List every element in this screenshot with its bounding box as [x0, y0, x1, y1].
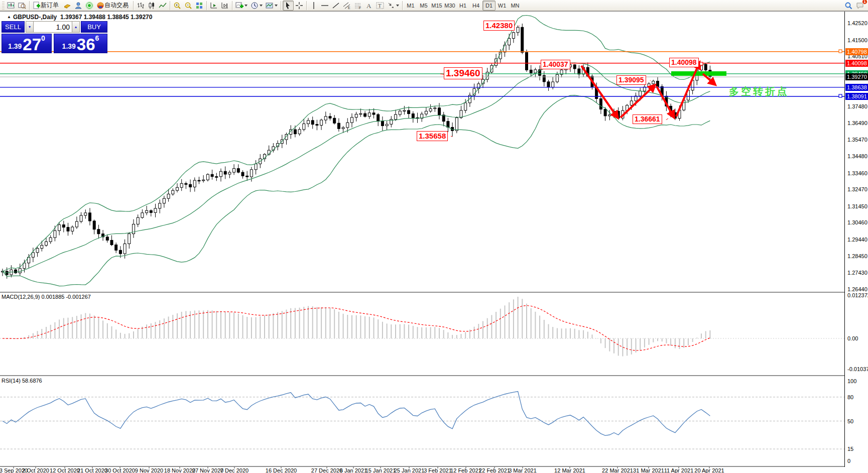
timeframe-h1-button[interactable]: H1 — [456, 1, 469, 11]
zoom-in-button[interactable] — [172, 1, 183, 11]
sell-price-point: 0 — [41, 35, 45, 42]
buy-price-button[interactable]: 1.39 36 6 — [54, 34, 107, 53]
line-chart-button[interactable] — [157, 1, 168, 11]
periods-button[interactable] — [249, 1, 264, 11]
price-axis-tick: 1.42520 — [847, 20, 867, 26]
dropdown-arrow-icon — [260, 5, 263, 7]
rsi-axis-tick: 50 — [847, 418, 853, 424]
zoom-out-button[interactable] — [183, 1, 194, 11]
notification-count-badge: 1 — [862, 0, 867, 5]
timeframe-m5-button[interactable]: M5 — [417, 1, 430, 11]
window-expand-icon[interactable]: ▲ — [7, 15, 11, 19]
price-annotation-label[interactable]: 1.42380 — [483, 21, 515, 31]
timeframe-d1-button[interactable]: D1 — [482, 1, 495, 11]
price-badge: 1.39270 — [845, 73, 868, 80]
buy-price-major: 1.39 — [62, 43, 76, 51]
notifications-button[interactable]: 1 — [854, 1, 866, 11]
candlestick-chart-button[interactable] — [146, 1, 157, 11]
text-label-tool-button[interactable]: T — [375, 1, 386, 11]
chart-shift-button[interactable] — [219, 1, 230, 11]
macd-header: MACD(12,26,9) 0.001885 -0.001267 — [2, 294, 91, 300]
new-order-button[interactable]: 新订单 — [31, 1, 62, 11]
strategy-tester-button[interactable] — [73, 1, 84, 11]
new-chart-button[interactable] — [6, 1, 17, 11]
volume-decrease-button[interactable]: ▾ — [26, 21, 34, 33]
toolbar-grip — [2, 2, 5, 10]
horizontal-line-tool-button[interactable] — [319, 1, 330, 11]
timeframe-h4-button[interactable]: H4 — [469, 1, 482, 11]
price-annotation-label[interactable]: 1.39095 — [616, 75, 646, 85]
price-annotation-label[interactable]: 1.39460 — [444, 67, 482, 79]
macd-axis-tick: -0.010374 — [847, 366, 868, 372]
price-axis-tick: 1.28450 — [847, 253, 867, 259]
dropdown-arrow-icon — [275, 5, 278, 7]
profiles-button[interactable] — [17, 1, 28, 11]
chart-symbol-period: GBPUSD-,Daily — [13, 14, 57, 21]
price-annotation-label[interactable]: 1.40098 — [669, 58, 699, 67]
sell-button[interactable]: SELL — [2, 21, 25, 33]
auto-scroll-button[interactable] — [208, 1, 219, 11]
crosshair-tool-button[interactable] — [294, 1, 305, 11]
volume-increase-button[interactable]: ▴ — [72, 21, 80, 33]
price-badge: 1.40798 — [845, 48, 868, 55]
sell-price-pips: 27 — [23, 38, 41, 51]
timeframe-m30-button[interactable]: M30 — [443, 1, 456, 11]
timeframe-m1-button[interactable]: M1 — [404, 1, 417, 11]
price-annotation-label[interactable]: 1.35658 — [417, 131, 448, 141]
chart-ohlc-values: 1.39367 1.39488 1.38845 1.39270 — [60, 14, 153, 21]
trendline-tool-button[interactable] — [330, 1, 341, 11]
price-axis-tick: 1.41500 — [847, 37, 867, 43]
price-axis-tick: 1.27430 — [847, 270, 867, 276]
price-chart-canvas[interactable] — [0, 0, 868, 473]
search-button[interactable] — [843, 1, 854, 11]
metaeditor-button[interactable] — [62, 1, 73, 11]
date-axis-label: 25 Jan 2021 — [394, 467, 425, 473]
timeframe-mn-button[interactable]: MN — [509, 1, 522, 11]
price-axis-tick: 1.36490 — [847, 120, 867, 126]
macd-axis-tick: 0.012372 — [847, 292, 868, 298]
cursor-tool-button[interactable] — [283, 1, 294, 11]
timeframe-m15-button[interactable]: M15 — [430, 1, 443, 11]
indicators-button[interactable] — [234, 1, 249, 11]
autotrading-button[interactable]: 自动交易 — [95, 1, 132, 11]
date-axis-label: 21 Oct 2020 — [77, 467, 107, 473]
equidistant-channel-tool-button[interactable]: E — [341, 1, 352, 11]
volume-input[interactable]: 1.00 — [34, 21, 72, 33]
rsi-axis-tick: 0 — [847, 458, 850, 464]
toolbar-separator — [170, 1, 170, 10]
svg-text:A: A — [366, 2, 371, 10]
macd-title: MACD(12,26,9) — [2, 294, 40, 300]
price-badge: 1.38638 — [845, 84, 868, 91]
sell-price-button[interactable]: 1.39 27 0 — [2, 34, 52, 53]
price-axis-tick: 1.30460 — [847, 219, 867, 225]
vertical-line-tool-button[interactable] — [308, 1, 319, 11]
buy-price-pips: 36 — [77, 38, 95, 51]
text-tool-button[interactable]: A — [363, 1, 375, 11]
date-axis-label: 30 Oct 2020 — [105, 467, 135, 473]
fibonacci-tool-button[interactable]: F — [352, 1, 363, 11]
bar-chart-button[interactable] — [135, 1, 146, 11]
price-annotation-label[interactable]: 1.40037 — [541, 60, 570, 69]
templates-button[interactable] — [264, 1, 279, 11]
turning-point-note[interactable]: 多空转折点 — [729, 85, 789, 98]
toolbar-separator — [281, 1, 281, 10]
price-axis-tick: 1.26440 — [847, 286, 867, 292]
date-axis-label: 18 Nov 2020 — [164, 467, 195, 473]
chart-title: ▲GBPUSD-,Daily 1.39367 1.39488 1.38845 1… — [7, 14, 152, 21]
arrows-tool-button[interactable] — [386, 1, 401, 11]
toolbar-separator — [402, 1, 403, 10]
dropdown-arrow-icon — [396, 5, 399, 7]
macd-axis-tick: 0.00 — [847, 335, 858, 341]
timeframe-w1-button[interactable]: W1 — [495, 1, 509, 11]
rsi-value: 58.6876 — [22, 378, 42, 384]
price-axis-tick: 1.29440 — [847, 236, 867, 243]
buy-button[interactable]: BUY — [81, 21, 107, 33]
mt4-terminal: 新订单 自动交易 E F A T — [0, 0, 868, 473]
date-axis-label: 6 Jan 2021 — [340, 467, 367, 473]
date-axis-label: 31 Mar 2021 — [633, 467, 664, 473]
price-annotation-label[interactable]: 1.36661 — [633, 114, 662, 124]
date-axis-label: 12 Oct 2020 — [50, 467, 80, 473]
signals-button[interactable] — [84, 1, 95, 11]
price-axis-tick: 1.35470 — [847, 137, 867, 143]
tile-windows-button[interactable] — [194, 1, 205, 11]
